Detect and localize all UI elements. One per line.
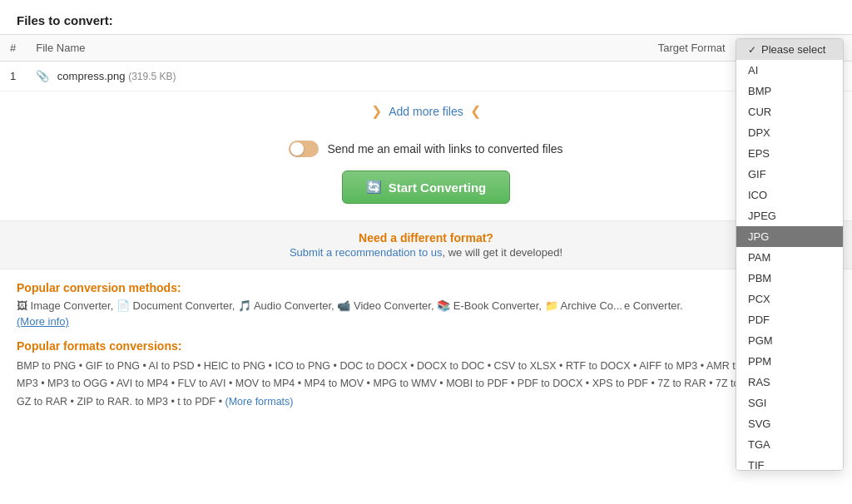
formats-links: BMP to PNG • GIF to PNG • AI to PSD • HE… — [17, 358, 835, 411]
table-row: 1 📎 compress.png (319.5 KB) ❌ Remove — [0, 62, 852, 91]
dropdown-item-pcx[interactable]: PCX — [736, 289, 843, 309]
add-files-row: ❯ Add more files ❮ — [0, 91, 852, 131]
more-info-link[interactable]: (More info) — [17, 315, 69, 328]
diff-format-sub2: , we will get it developed! — [443, 246, 563, 259]
dropdown-item-please-select[interactable]: ✓ Please select — [736, 39, 843, 60]
recommendation-link[interactable]: Submit a recommendation to us — [290, 246, 443, 259]
popular-links-text: 🖼 Image Converter, 📄 Document Converter,… — [17, 299, 622, 312]
page-wrapper: Files to convert: # File Name Target For… — [0, 0, 852, 504]
dropdown-item-eps[interactable]: EPS — [736, 143, 843, 164]
files-header-text: Files to convert: — [17, 13, 113, 27]
dropdown-item-tif[interactable]: TIF — [736, 455, 843, 471]
format-dropdown[interactable]: ✓ Please select AIBMPCURDPXEPSGIFICOJPEG… — [736, 38, 844, 471]
dropdown-item-ai[interactable]: AI — [736, 60, 843, 81]
dropdown-item-ico[interactable]: ICO — [736, 185, 843, 205]
col-hash: # — [0, 35, 26, 62]
col-filename: File Name — [26, 35, 592, 62]
popular-formats-title: Popular formats conversions: — [17, 339, 835, 353]
dropdown-item-jpeg[interactable]: JPEG — [736, 205, 843, 226]
file-size: (319.5 KB) — [128, 71, 176, 82]
dropdown-item-dpx[interactable]: DPX — [736, 122, 843, 143]
file-icon: 📎 — [36, 70, 49, 82]
checkmark-icon: ✓ — [748, 44, 756, 56]
dropdown-item-tga[interactable]: TGA — [736, 434, 843, 455]
dropdown-item-pam[interactable]: PAM — [736, 247, 843, 268]
dropdown-item-ppm[interactable]: PPM — [736, 351, 843, 372]
dropdown-item-sgi[interactable]: SGI — [736, 393, 843, 413]
start-icon: 🔄 — [366, 180, 382, 195]
dropdown-item-svg[interactable]: SVG — [736, 413, 843, 434]
files-header: Files to convert: — [0, 0, 852, 34]
right-arrow-icon[interactable]: ❮ — [470, 103, 481, 119]
row-file: 📎 compress.png (319.5 KB) — [26, 62, 592, 91]
diff-format-banner: Need a different format? Submit a recomm… — [0, 220, 852, 269]
formats-suffix2: t to PDF • — [177, 396, 222, 408]
start-label: Start Converting — [389, 180, 487, 195]
more-formats-link[interactable]: (More formats) — [225, 396, 294, 408]
dropdown-item-gif[interactable]: GIF — [736, 164, 843, 185]
diff-format-title: Need a different format? — [10, 231, 842, 245]
dropdown-item-pbm[interactable]: PBM — [736, 268, 843, 289]
add-more-files-link[interactable]: Add more files — [389, 105, 463, 118]
email-toggle[interactable] — [289, 141, 319, 157]
dropdown-item-cur[interactable]: CUR — [736, 101, 843, 122]
popular-conversion-title: Popular conversion methods: — [17, 281, 835, 294]
start-converting-button[interactable]: 🔄 Start Converting — [342, 170, 511, 204]
email-toggle-row: Send me an email with links to converted… — [0, 131, 852, 162]
dropdown-item-pgm[interactable]: PGM — [736, 330, 843, 351]
dropdown-item-jpg[interactable]: JPG — [736, 226, 843, 247]
diff-format-sub: Submit a recommendation to us, we will g… — [10, 246, 842, 259]
row-target-format-cell — [592, 62, 759, 91]
email-label: Send me an email with links to converted… — [327, 142, 562, 156]
popular-conversion-section: Popular conversion methods: 🖼 Image Conv… — [0, 269, 852, 333]
row-index: 1 — [0, 62, 26, 91]
start-btn-row: 🔄 Start Converting — [0, 162, 852, 220]
dropdown-item-bmp[interactable]: BMP — [736, 81, 843, 101]
archive-suffix: e Converter. — [624, 299, 683, 312]
col-target-format: Target Format — [592, 35, 759, 62]
left-arrow-icon[interactable]: ❯ — [371, 103, 382, 119]
dropdown-item-ras[interactable]: RAS — [736, 372, 843, 393]
toggle-knob — [290, 142, 304, 156]
file-name: compress.png — [57, 70, 126, 82]
dropdown-placeholder-label: Please select — [761, 43, 825, 56]
popular-conversion-links: 🖼 Image Converter, 📄 Document Converter,… — [17, 299, 835, 312]
popular-formats-section: Popular formats conversions: BMP to PNG … — [0, 333, 852, 422]
dropdown-item-pdf[interactable]: PDF — [736, 309, 843, 330]
formats-suffix1: to MP3 • — [135, 396, 174, 408]
files-table: # File Name Target Format Modify 1 📎 com… — [0, 34, 852, 91]
